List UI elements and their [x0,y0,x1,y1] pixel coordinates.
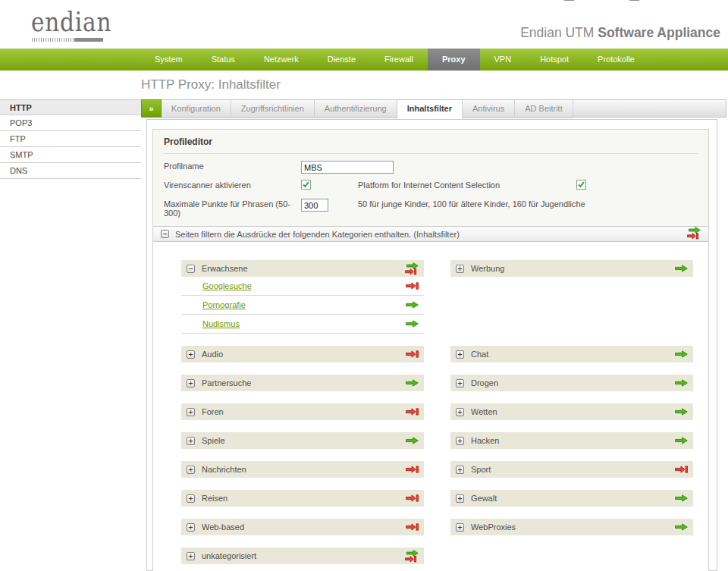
expand-icon[interactable]: + [187,494,195,503]
sidebar-item-http[interactable]: HTTP [0,99,141,115]
allow-arrow-icon[interactable] [675,350,688,358]
category-row-partnersuche[interactable]: +Partnersuche [181,375,424,391]
tab-inhaltsfilter[interactable]: Inhaltsfilter [397,100,463,118]
expand-icon[interactable]: + [187,408,195,416]
collapse-icon[interactable]: − [161,230,169,238]
category-row-audio[interactable]: +Audio [181,346,424,362]
expand-icon[interactable]: + [456,523,464,532]
category-label: Sport [471,465,675,474]
sidebar-item-pop3[interactable]: POP3 [0,115,141,131]
nav-item-dienste[interactable]: Dienste [313,49,370,71]
block-arrow-icon[interactable] [406,282,419,290]
expand-icon[interactable]: + [456,350,464,359]
expand-icon[interactable]: + [187,437,195,445]
virenscanner-control [301,178,358,190]
form-row-checkboxes: Virenscanner aktivieren Platform for Int… [164,178,698,197]
category-row-spiele[interactable]: +Spiele [181,432,424,449]
allow-arrow-icon[interactable] [406,379,419,387]
allow-arrow-icon[interactable] [406,437,419,444]
subcategory-link-pornografie[interactable]: Pornografie [202,300,406,309]
nav-item-netzwerk[interactable]: Netzwerk [249,49,313,71]
category-row-sport[interactable]: +Sport [450,461,693,478]
category-cell: +Partnersuche [181,375,424,391]
expand-icon[interactable]: + [456,437,464,445]
subcategory-link-nudismus[interactable]: Nudismus [202,319,406,328]
block-arrow-icon[interactable] [675,466,688,473]
allow-arrow-icon[interactable] [675,437,688,444]
expand-icon[interactable]: + [456,494,464,503]
category-cell: +Hacken [450,432,693,449]
tab-antivirus[interactable]: Antivirus [463,100,515,118]
allow-arrow-icon[interactable] [406,320,419,328]
hilfe-icon [564,0,574,1]
category-row-chat[interactable]: +Chat [450,346,693,362]
allow-arrow-icon[interactable] [675,494,688,502]
nav-item-vpn[interactable]: VPN [480,49,526,71]
allow-arrow-icon[interactable] [675,408,688,416]
category-row-foren[interactable]: +Foren [181,403,424,420]
category-row-wetten[interactable]: +Wetten [450,403,693,420]
allow-block-arrow-icon[interactable] [687,227,701,240]
category-row-erwachsene[interactable]: −Erwachsene [181,260,424,277]
abmelden-icon [629,0,639,1]
block-arrow-icon[interactable] [406,523,419,531]
virenscanner-checkbox[interactable] [301,180,311,190]
nav-item-proxy[interactable]: Proxy [428,49,480,71]
max-points-control [301,197,358,212]
allow-arrow-icon[interactable] [675,523,688,531]
tab-overflow-button[interactable]: » [141,99,162,118]
sidebar-item-smtp[interactable]: SMTP [0,147,141,163]
expand-icon[interactable]: + [456,379,464,387]
allow-arrow-icon[interactable] [675,265,688,272]
form-row-max-points: Maximale Punkte für Phrasen (50-300) 50 … [164,197,698,220]
category-label: Hacken [471,436,675,445]
expand-icon[interactable]: + [456,265,464,273]
category-row-reisen[interactable]: +Reisen [181,490,424,507]
expand-icon[interactable]: + [456,466,464,474]
sidebar-item-ftp[interactable]: FTP [0,131,141,147]
collapse-icon[interactable]: − [187,265,195,273]
expand-icon[interactable]: + [187,466,195,474]
tab-authentifizierung[interactable]: Authentifizierung [315,100,397,118]
sidebar-item-dns[interactable]: DNS [0,163,141,179]
nav-item-hotspot[interactable]: Hotspot [526,49,583,71]
block-arrow-icon[interactable] [406,494,419,502]
category-row-nachrichten[interactable]: +Nachrichten [181,461,424,478]
nav-item-status[interactable]: Status [197,49,249,71]
nav-item-system[interactable]: System [140,49,197,71]
content-panel: Profileditor Profilname Virenscanner akt… [146,119,717,571]
allow-arrow-icon[interactable] [406,301,419,309]
profilname-control [301,159,529,174]
category-row-werbung[interactable]: +Werbung [450,260,693,277]
topbar-link-abmelden[interactable]: Abmelden [629,0,681,1]
expand-icon[interactable]: + [456,408,464,416]
tab-zugriffsrichtlinien[interactable]: Zugriffsrichtlinien [231,100,315,118]
topbar-link-hilfe[interactable]: Hilfe [564,0,595,1]
category-row-unkategorisiert[interactable]: +unkategorisiert [181,547,424,564]
category-row-web-based[interactable]: +Web-based [181,519,424,535]
subcategory-link-googlesuche[interactable]: Googlesuche [202,281,406,290]
category-cell: +Chat [450,346,693,362]
pics-checkbox[interactable] [576,180,586,190]
block-arrow-icon[interactable] [406,408,419,416]
profilname-input[interactable] [301,161,394,174]
tab-ad-beitritt[interactable]: AD Beitritt [515,100,573,118]
expand-icon[interactable]: + [187,523,195,532]
block-arrow-icon[interactable] [406,350,419,358]
category-row-webproxies[interactable]: +WebProxies [450,519,693,535]
category-row-gewalt[interactable]: +Gewalt [450,490,693,507]
allow-arrow-icon[interactable] [675,379,688,387]
expand-icon[interactable]: + [187,552,195,560]
tab-strip-filler [573,100,726,118]
block-arrow-icon[interactable] [406,466,419,473]
nav-item-protokolle[interactable]: Protokolle [583,49,649,71]
category-row-hacken[interactable]: +Hacken [450,432,693,449]
allow-block-arrow-icon[interactable] [405,262,419,275]
tab-konfiguration[interactable]: Konfiguration [162,100,231,118]
expand-icon[interactable]: + [187,350,195,359]
category-row-drogen[interactable]: +Drogen [450,375,693,391]
allow-block-arrow-icon[interactable] [405,550,419,563]
expand-icon[interactable]: + [187,379,195,387]
max-points-input[interactable] [301,199,328,212]
nav-item-firewall[interactable]: Firewall [370,49,428,71]
